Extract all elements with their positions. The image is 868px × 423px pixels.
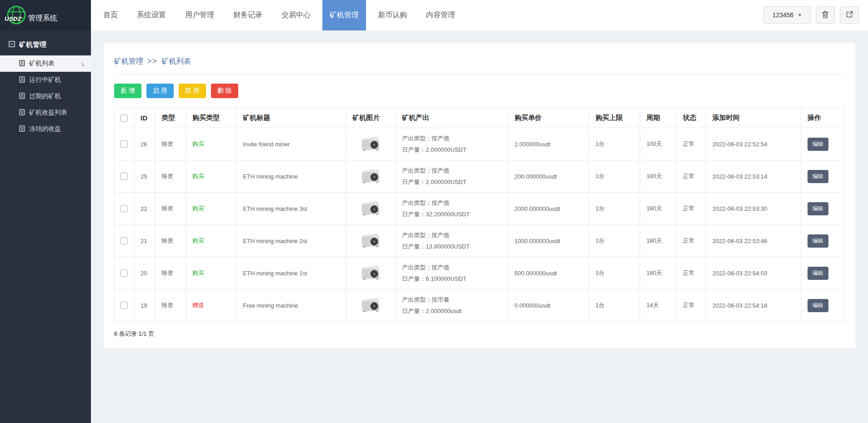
- trash-icon: [822, 10, 829, 20]
- table-row: 26 独资 购买 Invite friend miner: [115, 128, 845, 160]
- output-type-line: 产出类型：按币量: [402, 294, 505, 305]
- cell-output: 产出类型：按币量 日产量：2.000000usdt: [396, 289, 508, 322]
- sidebar-item-running-miners[interactable]: 运行中矿机: [0, 72, 91, 88]
- nav-item-home[interactable]: 首页: [96, 0, 125, 30]
- main-nav: 首页 系统设置 用户管理 财务记录 交易中心 矿机管理 新币认购 内容管理: [94, 0, 465, 30]
- cell-limit: 1台: [589, 225, 640, 257]
- admin-app: USDZ 管理系统 首页 系统设置 用户管理 财务记录 交易中心 矿机管理 新币…: [0, 0, 868, 423]
- col-actions: 操作: [801, 108, 844, 128]
- cell-period: 14天: [640, 289, 676, 322]
- select-all-checkbox[interactable]: [120, 114, 128, 122]
- cell-status: 正常: [676, 128, 706, 160]
- cell-type: 独资: [155, 193, 186, 225]
- cell-title: ETH mining machine: [236, 160, 346, 193]
- cell-buy-type[interactable]: 购买: [186, 160, 236, 193]
- cell-price: 2000.000000usdt: [508, 193, 589, 225]
- cell-price: 200.000000usdt: [508, 160, 589, 193]
- sidebar-item-label: 运行中矿机: [29, 76, 61, 84]
- sidebar-item-label: 冻结的收益: [29, 125, 61, 133]
- cell-id: 21: [134, 225, 155, 257]
- nav-item-content-management[interactable]: 内容管理: [419, 0, 462, 30]
- sidebar-item-expired-miners[interactable]: 过期的矿机: [0, 88, 91, 105]
- cell-type: 独资: [155, 225, 186, 257]
- add-button[interactable]: 新 增: [114, 84, 141, 98]
- cell-period: 180天: [640, 160, 676, 193]
- cell-limit: 1台: [589, 160, 640, 193]
- cell-limit: 1台: [589, 289, 640, 322]
- app-logo: USDZ 管理系统: [0, 0, 91, 30]
- logo-usdz-text: USDZ: [5, 15, 21, 22]
- miner-image: [360, 232, 381, 250]
- trash-button[interactable]: [816, 6, 835, 24]
- cell-id: 26: [134, 128, 155, 160]
- col-type: 类型: [155, 108, 186, 128]
- row-checkbox[interactable]: [120, 237, 128, 244]
- nav-item-trade-center[interactable]: 交易中心: [274, 0, 318, 30]
- edit-button[interactable]: 编辑: [808, 299, 828, 312]
- sidebar-item-miner-list[interactable]: 矿机列表 ›: [0, 55, 91, 72]
- main-content: 矿机管理>>矿机列表 新 增 启 用 禁 用 删 除 ID: [91, 30, 868, 423]
- edit-button[interactable]: 编辑: [808, 138, 828, 151]
- edit-button[interactable]: 编辑: [808, 234, 828, 248]
- cell-price: 0.000000usdt: [508, 289, 589, 322]
- content-card: 矿机管理>>矿机列表 新 增 启 用 禁 用 删 除 ID: [104, 43, 855, 348]
- delete-button[interactable]: 删 除: [211, 84, 238, 98]
- nav-item-system-settings[interactable]: 系统设置: [130, 0, 173, 30]
- cell-buy-type[interactable]: 购买: [186, 193, 236, 225]
- exit-button[interactable]: [840, 6, 859, 24]
- cell-created: 2022-06-03 22:53:30: [706, 193, 801, 225]
- nav-item-miner-management[interactable]: 矿机管理: [322, 0, 366, 30]
- miner-image: [360, 264, 381, 283]
- row-checkbox[interactable]: [120, 302, 128, 309]
- nav-item-finance-records[interactable]: 财务记录: [226, 0, 270, 30]
- output-daily-line: 日产量：32.200000USDT: [402, 209, 505, 220]
- list-icon: [19, 109, 25, 117]
- breadcrumb-parent[interactable]: 矿机管理: [114, 57, 143, 65]
- disable-button[interactable]: 禁 用: [179, 84, 206, 98]
- topbar: USDZ 管理系统 首页 系统设置 用户管理 财务记录 交易中心 矿机管理 新币…: [0, 0, 868, 30]
- cell-price: 2.000000usdt: [508, 128, 589, 160]
- row-checkbox[interactable]: [120, 269, 128, 277]
- col-price: 购买单价: [508, 108, 589, 128]
- col-period: 周期: [640, 108, 676, 128]
- edit-button[interactable]: 编辑: [808, 170, 828, 183]
- sidebar: 矿机管理 矿机列表 ›: [0, 30, 91, 423]
- cell-output: 产出类型：按产值 日产量：2.000000USDT: [396, 160, 508, 193]
- breadcrumb-current[interactable]: 矿机列表: [162, 57, 191, 65]
- user-menu-label: 123456: [773, 11, 794, 19]
- edit-button[interactable]: 编辑: [808, 202, 828, 215]
- cell-output: 产出类型：按产值 日产量：13.800000USDT: [396, 225, 508, 257]
- brand-title: 管理系统: [28, 14, 57, 23]
- output-daily-line: 日产量：2.000000USDT: [402, 176, 505, 188]
- sidebar-item-miner-earnings-list[interactable]: 矿机收益列表: [0, 105, 91, 121]
- miner-image: [360, 135, 381, 154]
- table-row: 21 独资 购买 ETH mining machine 2st: [115, 225, 845, 257]
- cell-type: 独资: [155, 160, 186, 193]
- row-checkbox[interactable]: [120, 205, 128, 212]
- edit-button[interactable]: 编辑: [808, 267, 828, 280]
- cell-created: 2022-06-03 22:53:46: [706, 225, 801, 257]
- row-checkbox[interactable]: [120, 140, 128, 148]
- miner-table: ID 类型 购买类型 矿机标题 矿机图片 矿机产出 购买单价 购买上限 周期 状…: [114, 107, 845, 322]
- cell-limit: 1台: [589, 257, 640, 289]
- sidebar-section-miner-management[interactable]: 矿机管理: [0, 30, 91, 55]
- cell-output: 产出类型：按产值 日产量：6.100000USDT: [396, 257, 508, 289]
- topbar-actions: 123456 ▼: [763, 6, 859, 24]
- list-icon: [19, 76, 25, 84]
- nav-item-new-coin-subscription[interactable]: 新币认购: [371, 0, 414, 30]
- user-menu-button[interactable]: 123456 ▼: [763, 6, 811, 24]
- row-checkbox[interactable]: [120, 173, 128, 180]
- enable-button[interactable]: 启 用: [146, 84, 174, 98]
- cell-period: 180天: [640, 257, 676, 289]
- sidebar-item-frozen-earnings[interactable]: 冻结的收益: [0, 121, 91, 137]
- cell-buy-type[interactable]: 购买: [186, 128, 236, 160]
- col-title: 矿机标题: [236, 108, 346, 128]
- cell-output: 产出类型：按产值 日产量：2.000000USDT: [396, 128, 508, 160]
- cell-buy-type[interactable]: 购买: [186, 257, 236, 289]
- output-type-line: 产出类型：按产值: [402, 133, 505, 144]
- cell-buy-type[interactable]: 购买: [186, 225, 236, 257]
- cell-buy-type[interactable]: 赠送: [186, 289, 236, 322]
- output-type-line: 产出类型：按产值: [402, 229, 505, 241]
- table-header-row: ID 类型 购买类型 矿机标题 矿机图片 矿机产出 购买单价 购买上限 周期 状…: [115, 108, 845, 128]
- nav-item-user-management[interactable]: 用户管理: [178, 0, 221, 30]
